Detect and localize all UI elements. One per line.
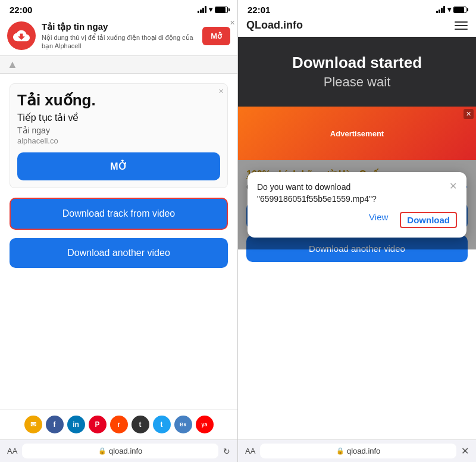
dialog-box: ✕ Do you want to download "6599186051f55…	[248, 172, 466, 238]
hamburger-line1	[455, 21, 468, 23]
ad-banner-right: ✕ Advertisement	[238, 107, 476, 160]
battery-left	[215, 7, 228, 13]
download-another-button-left[interactable]: Download another video	[10, 238, 228, 268]
browser-bar-right: AA 🔒 qload.info ✕	[238, 439, 476, 462]
download-started-section: Download started Please wait	[238, 37, 476, 107]
vk-icon[interactable]: Вк	[174, 416, 192, 433]
twitter-icon[interactable]: t	[153, 416, 171, 433]
signal-left	[198, 6, 206, 13]
bar2	[200, 10, 202, 13]
bar2r	[439, 10, 440, 13]
battery-fill-right	[454, 7, 464, 13]
dialog-actions: View Download	[257, 212, 457, 228]
status-icons-right: ▾	[436, 5, 466, 14]
phone-left: 22:00 ▾ ✕ Tải tập tin ngay Nội dung thú …	[0, 0, 238, 462]
bar4	[205, 6, 206, 13]
battery-right	[453, 7, 466, 13]
dialog-message: Do you want to download "6599186051f55b5…	[257, 182, 457, 205]
lock-icon-left: 🔒	[98, 447, 107, 455]
bar1r	[436, 11, 438, 13]
battery-fill-left	[215, 7, 226, 13]
bar3r	[441, 8, 443, 13]
browser-aa-right[interactable]: AA	[245, 447, 255, 455]
arrow-bar-left[interactable]: ▲	[0, 56, 237, 74]
ad-inner-title: Tải xuống.	[17, 91, 220, 110]
dialog-download-button[interactable]: Download	[400, 212, 457, 228]
ad-icon-left	[7, 21, 36, 50]
bar3	[202, 8, 204, 13]
hamburger-line2	[455, 25, 468, 26]
ad-title-left: Tải tập tin ngay	[42, 21, 196, 32]
tumblr-icon[interactable]: t	[131, 416, 149, 433]
right-content: ✕ Advertisement ✕ Do you want to downloa…	[238, 107, 476, 439]
browser-url-right[interactable]: 🔒 qload.info	[260, 444, 456, 458]
site-header-right: QLoad.info	[238, 17, 476, 37]
signal-right	[436, 6, 445, 13]
dialog-close-button[interactable]: ✕	[449, 182, 457, 191]
wifi-left: ▾	[209, 5, 212, 14]
reddit-icon[interactable]: r	[110, 416, 128, 433]
ad-close-left[interactable]: ✕	[230, 19, 235, 27]
ad-close-right-icon[interactable]: ✕	[464, 109, 474, 119]
status-icons-left: ▾	[198, 5, 228, 14]
close-tab-icon[interactable]: ✕	[461, 445, 469, 457]
ad-text-left: Tải tập tin ngay Nội dung thú vị để tải …	[42, 21, 196, 51]
browser-bar-left: AA 🔒 qload.info ↻	[0, 439, 237, 462]
dialog-overlay: ✕ Do you want to download "6599186051f55…	[238, 160, 476, 249]
ad-inner-domain: alphacell.co	[17, 136, 220, 145]
ad-inner-download: Tải ngay	[17, 126, 220, 135]
ad-inner-left: ✕ Tải xuống. Tiếp tục tải về Tải ngay al…	[10, 83, 228, 188]
bar4r	[443, 6, 445, 13]
download-started-title: Download started	[248, 54, 466, 72]
browser-aa-left[interactable]: AA	[7, 447, 17, 455]
dialog-view-button[interactable]: View	[369, 212, 388, 228]
pinterest-icon[interactable]: P	[89, 416, 107, 433]
download-started-subtitle: Please wait	[248, 74, 466, 90]
wifi-right: ▾	[447, 5, 451, 14]
ad-open-button-left[interactable]: Mở	[202, 27, 230, 45]
lock-icon-right: 🔒	[336, 447, 345, 455]
time-left: 22:00	[10, 5, 32, 15]
refresh-icon-left[interactable]: ↻	[223, 447, 230, 456]
social-bar-left: ✉ f in P r t t Вк ya	[0, 409, 237, 439]
status-bar-right: 22:01 ▾	[238, 0, 476, 17]
ad-inner-subtitle: Tiếp tục tải về	[17, 112, 220, 123]
dialog-line2: "6599186051f55b5e1559.mp4"?	[257, 194, 377, 204]
ad-right-text: Advertisement	[330, 129, 384, 138]
ad-subtitle-left: Nội dung thú vị để tải xuống điện thoại …	[42, 33, 196, 51]
download-cloud-icon	[13, 27, 30, 44]
url-text-right: qload.info	[347, 447, 380, 455]
yandex-icon[interactable]: ya	[196, 416, 214, 433]
ad-inner-close[interactable]: ✕	[218, 88, 224, 95]
ad-open-big-button[interactable]: MỞ	[17, 152, 220, 180]
hamburger-menu[interactable]	[455, 21, 468, 30]
phone-right: 22:01 ▾ QLoad.info Download started Plea…	[238, 0, 476, 462]
browser-url-left[interactable]: 🔒 qload.info	[22, 444, 218, 458]
hamburger-line3	[455, 29, 468, 30]
bar1	[198, 11, 199, 13]
email-icon[interactable]: ✉	[24, 416, 42, 433]
ad-banner-top-left: ✕ Tải tập tin ngay Nội dung thú vị để tả…	[0, 17, 237, 56]
download-track-button-left[interactable]: Download track from video	[10, 198, 228, 230]
facebook-icon[interactable]: f	[46, 416, 64, 433]
dialog-line1: Do you want to download	[257, 182, 350, 192]
left-content: ✕ Tải xuống. Tiếp tục tải về Tải ngay al…	[0, 74, 237, 409]
site-name-right: QLoad.info	[246, 19, 303, 32]
time-right: 22:01	[248, 5, 270, 15]
url-text-left: qload.info	[109, 447, 142, 455]
arrow-up-icon: ▲	[7, 58, 18, 71]
linkedin-icon[interactable]: in	[67, 416, 85, 433]
status-bar-left: 22:00 ▾	[0, 0, 237, 17]
